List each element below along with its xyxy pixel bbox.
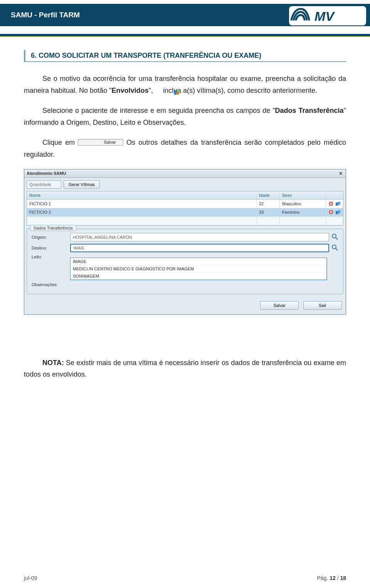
svg-text:MV: MV [314, 9, 335, 23]
mv-logo: MV [289, 6, 366, 25]
salvar-button[interactable]: Salvar [260, 301, 299, 310]
search-icon[interactable] [331, 244, 338, 252]
table-row[interactable]: FICTICIO 2 33 Feminino [27, 208, 343, 217]
close-icon[interactable]: × [338, 171, 343, 176]
svg-line-13 [336, 238, 338, 240]
footer-page: Pág. 12 / 18 [317, 575, 346, 581]
destino-label: Destino: [32, 246, 70, 250]
salvar-inline-button: Salvar [78, 139, 123, 146]
sair-button[interactable]: Sair [303, 301, 342, 310]
people-icon [155, 87, 161, 94]
dados-transferencia-fieldset: Dados Transferência Origem: Destino: [27, 229, 343, 294]
svg-rect-11 [338, 210, 340, 213]
paragraph-2: Selecione o paciente de interesse e em s… [24, 105, 346, 128]
leito-label: Leito: [32, 255, 70, 259]
paragraph-1: Se o motivo da ocorrência for uma transf… [24, 73, 346, 96]
dropdown-item[interactable]: IMAGE [71, 258, 326, 265]
app-title: Atendimento SAMU [27, 171, 66, 176]
section-heading: 6. COMO SOLICITAR UM TRANSPORTE (TRANFER… [24, 50, 346, 62]
observacoes-label: Observações: [32, 282, 70, 287]
table-row[interactable]: FICTICIO 1 22 Masculino [27, 200, 343, 208]
svg-point-2 [174, 90, 177, 92]
quantidade-input[interactable] [27, 180, 61, 189]
col-idade: Idade [257, 191, 280, 199]
destino-input[interactable] [70, 244, 329, 252]
app-window: Atendimento SAMU × Gerar Vítimas Nome Id… [24, 169, 346, 315]
svg-line-15 [336, 248, 338, 250]
table-row [27, 217, 343, 225]
origem-input[interactable] [70, 233, 329, 241]
svg-point-3 [177, 90, 179, 92]
app-titlebar: Atendimento SAMU × [24, 169, 346, 178]
doc-header: SAMU - Perfil TARM MV [0, 0, 370, 26]
accent-rule [0, 34, 370, 37]
dropdown-item[interactable]: SONIMAGEM [71, 273, 326, 280]
delete-row-icon[interactable] [328, 201, 334, 206]
origem-label: Origem: [32, 235, 70, 240]
victims-grid: Nome Idade Sexo FICTICIO 1 22 Masculino [27, 191, 343, 226]
svg-point-14 [332, 245, 336, 249]
edit-row-icon[interactable] [335, 201, 341, 206]
svg-rect-5 [176, 92, 179, 95]
col-nome: Nome [27, 191, 257, 199]
destino-dropdown[interactable]: IMAGE MEDICLIN CENTRO MEDICO E DIAGNOSTI… [70, 258, 327, 280]
grid-header: Nome Idade Sexo [27, 191, 343, 200]
page-footer: jul-09 Pág. 12 / 18 [0, 575, 370, 581]
nota-paragraph: NOTA: Se existir mais de uma vítima é ne… [24, 357, 346, 380]
col-sexo: Sexo [280, 191, 326, 199]
footer-date: jul-09 [24, 575, 37, 581]
edit-row-icon[interactable] [335, 209, 341, 215]
gerar-vitimas-button[interactable]: Gerar Vítimas [64, 180, 100, 189]
search-icon[interactable] [331, 233, 338, 241]
svg-rect-8 [338, 202, 340, 205]
dropdown-item[interactable]: MEDICLIN CENTRO MEDICO E DIAGNOSTICO POR… [71, 265, 326, 273]
svg-point-12 [332, 234, 336, 238]
delete-row-icon[interactable] [328, 209, 334, 215]
fieldset-legend: Dados Transferência [30, 225, 76, 231]
paragraph-3: Clique em Salvar Os outros detalhes da t… [24, 137, 346, 160]
doc-header-title: SAMU - Perfil TARM [11, 11, 80, 19]
